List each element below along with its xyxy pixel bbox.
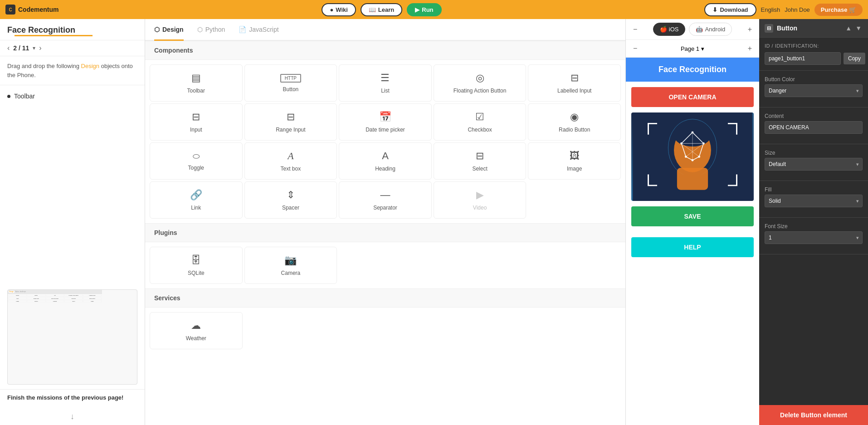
component-radio-button[interactable]: ◉ Radio Button [528, 103, 621, 141]
left-panel-header: Face Recognition [0, 19, 145, 40]
next-step-button[interactable]: › [39, 44, 41, 52]
component-link[interactable]: 🔗 Link [150, 181, 243, 219]
font-size-select-wrapper: 1 2 3 4 5 [765, 231, 863, 244]
prev-step-button[interactable]: ‹ [7, 44, 10, 52]
fill-select-wrapper: Solid Outline Clear [765, 195, 863, 207]
zoom-in-button[interactable]: + [746, 43, 754, 54]
component-labelled-input[interactable]: ⊟ Labelled Input [528, 64, 621, 102]
sqlite-icon: 🗄 [191, 254, 201, 266]
component-input[interactable]: ⊟ Input [150, 103, 243, 141]
content-input-field[interactable] [765, 121, 863, 134]
progress-dropdown-icon[interactable]: ▾ [33, 45, 35, 51]
right-panel-title: ⊟ Button [765, 24, 797, 33]
tab-javascript[interactable]: 📄 JavaScript [239, 20, 278, 41]
phone-add-button[interactable]: + [746, 24, 754, 35]
design-link[interactable]: Design [81, 63, 99, 69]
top-nav: C Codementum ● Wiki 📖 Learn ▶ Run ⬇ Down… [0, 0, 868, 19]
download-button[interactable]: ⬇ Download [704, 3, 756, 16]
delete-label-bold: Button [801, 411, 821, 419]
panel-up-button[interactable]: ▲ [844, 24, 853, 33]
service-weather[interactable]: ☁ Weather [150, 312, 243, 349]
download-icon: ⬇ [712, 6, 717, 13]
size-select[interactable]: Default Small Large [765, 158, 863, 171]
component-video-label: Video [473, 205, 487, 211]
phone-save-button[interactable]: SAVE [631, 206, 754, 226]
user-menu[interactable]: John Doe [785, 6, 810, 13]
center-area: ⬡ Design ⬡ Python 📄 JavaScript Component… [145, 19, 625, 425]
page-nav: − Page 1 ▾ + [626, 40, 759, 58]
phone-minus-button[interactable]: − [631, 24, 639, 35]
component-fab[interactable]: ◎ Floating Action Button [434, 64, 527, 102]
button-color-select[interactable]: Danger Primary Secondary Success Warning [765, 84, 863, 97]
panel-down-button[interactable]: ▼ [854, 24, 863, 33]
component-image[interactable]: 🖼 Image [528, 142, 621, 180]
component-toggle[interactable]: ⬭ Toggle [150, 142, 243, 180]
component-fab-label: Floating Action Button [454, 88, 507, 94]
phone-open-camera-button[interactable]: OPEN CAMERA [631, 87, 754, 107]
run-icon: ▶ [415, 6, 419, 13]
wiki-button[interactable]: ● Wiki [322, 3, 356, 16]
button-color-section: Button Color Danger Primary Secondary Su… [759, 71, 868, 107]
tab-design[interactable]: ⬡ Design [154, 20, 184, 41]
fill-select[interactable]: Solid Outline Clear [765, 195, 863, 207]
wiki-icon: ● [330, 6, 333, 13]
component-button[interactable]: HTTP Button [244, 64, 337, 102]
component-image-label: Image [567, 166, 582, 172]
id-label: ID / Identification: [765, 43, 863, 49]
services-section-header: Services [145, 288, 625, 308]
purchase-label: Purchase 🛒 [821, 6, 856, 13]
id-input-field[interactable] [765, 52, 841, 65]
component-toolbar[interactable]: ▤ Toolbar [150, 64, 243, 102]
ios-tab[interactable]: 🍎 iOS [653, 23, 686, 36]
component-select-label: Select [472, 166, 487, 172]
plugin-sqlite[interactable]: 🗄 SQLite [150, 247, 243, 284]
purchase-button[interactable]: Purchase 🛒 [814, 4, 863, 16]
delete-label-prefix: Delete [780, 411, 801, 419]
component-textbox[interactable]: A Text box [244, 142, 337, 180]
image-icon: 🖼 [570, 150, 580, 162]
id-row: Copy [765, 52, 863, 65]
plugin-sqlite-label: SQLite [188, 270, 205, 276]
component-select[interactable]: ⊟ Select [434, 142, 527, 180]
page-selector[interactable]: Page 1 ▾ [681, 45, 704, 52]
datetimepicker-icon: 📅 [379, 111, 391, 123]
component-heading-label: Heading [375, 166, 395, 172]
component-range-input[interactable]: ⊟ Range Input [244, 103, 337, 141]
component-checkbox[interactable]: ☑ Checkbox [434, 103, 527, 141]
component-radio-button-label: Radio Button [559, 127, 590, 133]
scroll-down-icon: ↓ [70, 412, 74, 421]
panel-arrows: ▲ ▼ [844, 24, 863, 33]
fill-row: Fill Solid Outline Clear [765, 186, 863, 207]
button-icon: HTTP [280, 74, 301, 83]
component-heading[interactable]: A Heading [339, 142, 432, 180]
svg-rect-4 [677, 168, 708, 190]
component-video[interactable]: ▶ Video [434, 181, 527, 219]
font-size-select[interactable]: 1 2 3 4 5 [765, 231, 863, 244]
run-button[interactable]: ▶ Run [407, 3, 441, 16]
component-range-input-label: Range Input [276, 127, 305, 133]
component-datetimepicker[interactable]: 📅 Date time picker [339, 103, 432, 141]
copy-id-button[interactable]: Copy [844, 53, 865, 64]
separator-icon: — [380, 189, 390, 201]
spacer-icon: ⇕ [287, 189, 295, 201]
left-panel: Face Recognition ‹ 2 / 11 ▾ › Drag and d… [0, 19, 145, 425]
component-separator[interactable]: — Separator [339, 181, 432, 219]
tab-python[interactable]: ⬡ Python [197, 20, 225, 41]
progress-counter: 2 / 11 [13, 44, 29, 52]
plugin-camera-label: Camera [281, 270, 301, 276]
toolbar-icon: ▤ [191, 72, 201, 84]
phone-face-image [631, 112, 754, 201]
component-spacer[interactable]: ⇕ Spacer [244, 181, 337, 219]
js-tab-icon: 📄 [239, 26, 246, 33]
component-list[interactable]: ☰ List [339, 64, 432, 102]
learn-button[interactable]: 📖 Learn [361, 3, 402, 16]
component-input-label: Input [190, 127, 202, 133]
android-tab[interactable]: 🤖 Android [689, 23, 732, 36]
language-selector[interactable]: English [761, 6, 780, 13]
delete-element-button[interactable]: Delete Button element [759, 405, 868, 425]
fill-section: Fill Solid Outline Clear [759, 181, 868, 218]
plugin-camera[interactable]: 📷 Camera [244, 247, 337, 284]
delete-label-suffix: element [821, 411, 847, 419]
zoom-out-button[interactable]: − [631, 43, 639, 54]
phone-help-button[interactable]: HELP [631, 237, 754, 257]
